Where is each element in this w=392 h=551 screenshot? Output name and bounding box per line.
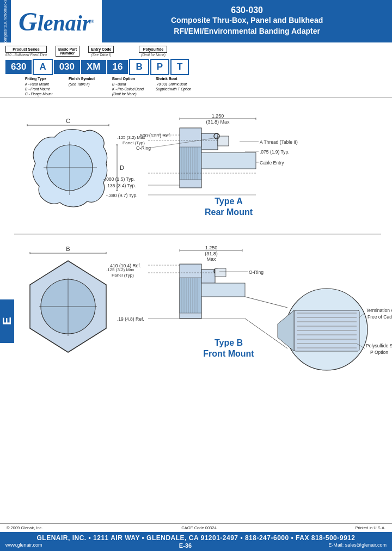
svg-text:O-Ring: O-Ring [249,270,264,275]
svg-rect-17 [201,133,218,150]
svg-text:P Option: P Option [370,350,388,355]
type-b-title: Type B [215,338,243,347]
code-XM: XM [81,60,106,74]
svg-text:Panel (Typ): Panel (Typ) [112,273,134,278]
footer-company-info: GLENAIR, INC. • 1211 AIR WAY • GLENDALE,… [37,534,356,542]
side-tab: Composite Junction Boxes [0,0,11,42]
technical-drawing-svg: C D 1.250 (31.8) Max [0,98,392,419]
segment-entry-code: Entry Code (See Table I) [88,46,114,57]
type-b-front-view: B [30,246,106,352]
footer-top: © 2009 Glenair, Inc. CAGE Code 00324 Pri… [0,523,392,532]
code-030: 030 [54,60,80,74]
logo-text: Glenair® [19,7,94,36]
svg-marker-99 [278,310,294,351]
svg-text:Termination Area: Termination Area [366,308,392,313]
svg-text:.125 (3.2) Max: .125 (3.2) Max [106,267,134,272]
header: Composite Junction Boxes Glenair® 630-03… [0,0,392,42]
footer-bottom: GLENAIR, INC. • 1211 AIR WAY • GLENDALE,… [0,532,392,551]
svg-text:(31.8): (31.8) [205,251,218,256]
segment-polysulfide: Polysulfide (Omit for None) [139,46,167,57]
svg-rect-74 [201,283,245,297]
svg-rect-64 [201,270,215,283]
cage-code: CAGE Code 00324 [181,525,216,530]
svg-text:.19 (4.8) Ref.: .19 (4.8) Ref. [117,316,144,322]
annotations-row: Fitting Type A - Rear MountB - Front Mou… [5,76,387,96]
code-630: 630 [5,60,32,74]
header-subtitle-line2: RFI/EMI/Environmental Banding Adapter [174,26,320,37]
type-a-title: Type A [215,197,243,206]
svg-text:Cable Entry: Cable Entry [260,160,284,166]
svg-text:Free of Cadmium: Free of Cadmium [367,314,392,320]
code-P: P [150,59,169,75]
footer-sub-row: www.glenair.com E-36 E-Mail: sales@glena… [5,542,387,549]
svg-text:C: C [66,118,70,124]
e-tab: E [0,299,14,343]
ann-finish-symbol: Finish Symbol (See Table II) [69,76,112,96]
svg-rect-28 [201,152,256,169]
svg-text:Polysulfide Stripes: Polysulfide Stripes [366,343,392,348]
svg-text:1.250: 1.250 [212,113,224,119]
ann-band-option: Band Option B - BandK - Pre-Coiled Band(… [112,76,156,96]
drawings-area: E C D 1.25 [0,98,392,419]
header-title: 630-030 Composite Thru-Box, Panel and Bu… [102,0,392,42]
type-a-cross-section: 1.250 (31.8) Max . [103,113,298,198]
segment-basic-part: Basic PartNumber [56,46,79,57]
code-A: A [33,59,52,75]
part-number: 630-030 [231,5,263,15]
svg-text:.075 (1.9) Typ.: .075 (1.9) Typ. [260,149,290,155]
printed-in: Printed in U.S.A. [356,525,385,530]
svg-text:-.380 (9.7) Typ.: -.380 (9.7) Typ. [106,193,137,198]
type-b-section: B 1.250 (31.8) Max [30,245,392,370]
svg-line-87 [245,297,287,308]
svg-text:-.080 (1.5) Typ.: -.080 (1.5) Typ. [103,176,134,182]
svg-text:Max: Max [206,256,216,262]
code-B: B [129,59,149,75]
svg-text:O-Ring: O-Ring [136,145,151,151]
copyright: © 2009 Glenair, Inc. [7,525,42,530]
footer: © 2009 Glenair, Inc. CAGE Code 00324 Pri… [0,523,392,551]
type-a-subtitle: Rear Mount [205,207,253,217]
svg-text:B: B [66,246,70,252]
svg-text:.135 (3.4) Typ.: .135 (3.4) Typ. [106,183,136,188]
segment-product-series: Product Series 630 - Bulkhead Feed-Thru [5,46,47,57]
code-T: T [170,59,189,75]
type-b-subtitle: Front Mount [203,349,254,358]
part-number-diagram: Product Series 630 - Bulkhead Feed-Thru … [0,42,392,98]
svg-text:.125 (3.2) Max: .125 (3.2) Max [117,135,145,140]
ann-fitting-type: Fitting Type A - Rear MountB - Front Mou… [25,76,69,96]
ann-shrink-boot: Shrink Boot .70.001 Shrink BootSupplied … [156,76,199,96]
svg-rect-76 [215,268,226,277]
svg-text:D: D [120,164,124,171]
svg-text:(31.8) Max: (31.8) Max [206,119,230,125]
code-16: 16 [107,60,128,74]
svg-text:Panel (Typ): Panel (Typ) [122,140,145,145]
header-subtitle-line1: Composite Thru-Box, Panel and Bulkhead [171,15,323,26]
logo: Glenair® [11,0,102,42]
svg-text:1.250: 1.250 [205,245,218,250]
svg-text:A Thread (Table II): A Thread (Table II) [260,139,298,145]
